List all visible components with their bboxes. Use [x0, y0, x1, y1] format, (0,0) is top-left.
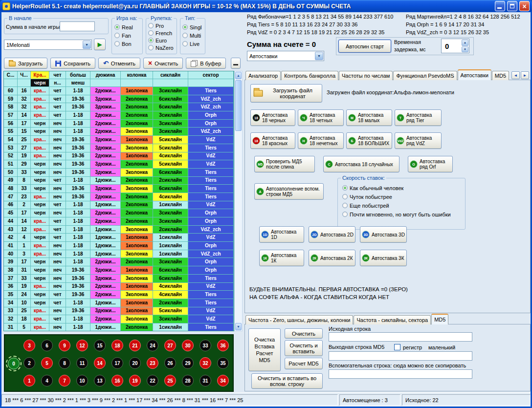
table-row[interactable]: 424чернчет1-181дюжи...1колонка1сиклайнVd…: [4, 234, 234, 242]
roulette-number-17[interactable]: 17: [111, 357, 123, 369]
calc-md5-button[interactable]: Расчет MD5: [285, 358, 323, 369]
radio-Чуток побыстрее[interactable]: Чуток побыстрее: [342, 193, 451, 200]
table-row[interactable]: 6016кра...чет1-182дюжи...1колонка3сиклай…: [4, 87, 234, 95]
roulette-number-14[interactable]: 14: [94, 357, 106, 369]
autobet-button[interactable]: НАвтоставка 18 нечетных: [298, 132, 344, 149]
toolbar-button-folder[interactable]: Загрузить: [4, 58, 47, 69]
radio-Pro[interactable]: Pro: [148, 22, 174, 29]
table-row[interactable]: 5714кра...чет1-182дюжи...2колонка3сиклай…: [4, 111, 234, 120]
table-row[interactable]: 5932кра...чет19-363дюжи...2колонка6сикла…: [4, 95, 234, 104]
toolbar-button-disk[interactable]: Сохранить: [50, 58, 95, 69]
main-tab-4[interactable]: Функционал PsevdoMS: [393, 71, 457, 80]
table-row[interactable]: 5219кра...неч19-362дюжи...1колонка4сикла…: [4, 152, 234, 161]
roulette-number-5[interactable]: 5: [41, 357, 53, 369]
delay-value[interactable]: 0: [442, 39, 461, 53]
maximize-button[interactable]: [507, 1, 517, 11]
roulette-number-3[interactable]: 3: [23, 340, 35, 351]
table-row[interactable]: 4414кра...чет1-182дюжи...2колонка3сиклай…: [4, 217, 234, 226]
radio-Singl[interactable]: Singl: [182, 23, 201, 31]
table-row[interactable]: 3325кра...неч19-363дюжи...1колонка5сикла…: [4, 307, 234, 316]
autobet-button[interactable]: ААвтозаполнение вспом. строки МД5: [254, 183, 324, 200]
roulette-number-28[interactable]: 28: [182, 375, 194, 387]
scroll-down-button[interactable]: ▼: [235, 323, 242, 330]
roulette-number-25[interactable]: 25: [164, 375, 176, 387]
autobet-button[interactable]: VdZАвтоставка ряд VdZ: [395, 132, 442, 149]
table-row[interactable]: 4517черннеч1-182дюжи...2колонка3сиклайнO…: [4, 209, 234, 217]
table-row[interactable]: 4833черннеч19-363дюжи...3колонка6сиклайн…: [4, 185, 234, 193]
table-row[interactable]: 4312кра...чет1-181дюжи...3колонка2сиклай…: [4, 226, 234, 234]
toolbar-button-copy[interactable]: В буфер: [186, 58, 226, 69]
autobet-button[interactable]: ЧАвтоставка 18 четных: [298, 109, 344, 126]
autobet-button[interactable]: САвтоставка 18 случайных: [323, 156, 399, 172]
md5-actions-button[interactable]: Очистка Вставка Расчет MD5: [248, 328, 281, 371]
autobet-button[interactable]: 1DАвтоставка 1D: [259, 226, 304, 243]
autobet-button[interactable]: 2КАвтоставка 2К: [309, 250, 355, 266]
radio-Bon[interactable]: Bon: [114, 40, 133, 47]
roulette-number-16[interactable]: 16: [111, 375, 123, 387]
toolbar-button-undo[interactable]: Отменить: [98, 58, 140, 69]
scroll-up-button[interactable]: ▲: [235, 72, 242, 79]
chevron-down-icon[interactable]: ▼: [315, 52, 323, 60]
roulette-number-23[interactable]: 23: [147, 357, 158, 369]
register-checkbox[interactable]: [394, 344, 400, 350]
radio-Почти мгновенно, но могут быть ошибки[interactable]: Почти мгновенно, но могут быть ошибки: [342, 211, 451, 218]
table-row[interactable]: 3831черннеч19-363дюжи...1колонка6сиклайн…: [4, 266, 234, 275]
table-row[interactable]: 411кра...неч1-181дюжи...1колонка1сиклайн…: [4, 242, 234, 250]
autobet-button[interactable]: 18Автоставка 18 красных: [250, 132, 295, 149]
autobet-button[interactable]: М5Проверить МД5 после спина: [254, 156, 315, 172]
roulette-number-1[interactable]: 1: [23, 375, 35, 387]
roulette-number-0[interactable]: 0: [8, 358, 20, 369]
roulette-number-12[interactable]: 12: [76, 340, 88, 351]
roulette-number-8[interactable]: 8: [59, 357, 70, 369]
autobets-select[interactable]: Автоставки ▼: [247, 51, 324, 61]
table-row[interactable]: 3524чернчет19-362дюжи...3колонка4сиклайн…: [4, 291, 234, 299]
roulette-number-26[interactable]: 26: [164, 357, 176, 369]
output-string-input[interactable]: [329, 351, 472, 361]
roulette-number-24[interactable]: 24: [147, 340, 158, 351]
table-row[interactable]: 3410чернчет1-181дюжи...1колонка2сиклайнT…: [4, 299, 234, 307]
source-string-input[interactable]: [329, 332, 472, 342]
minimize-button[interactable]: [495, 1, 505, 11]
table-row[interactable]: 3733черннеч19-363дюжи...3колонка6сиклайн…: [4, 275, 234, 283]
autobet-button[interactable]: БАвтоставка 18 БОЛЬШИХ: [346, 132, 392, 149]
roulette-number-21[interactable]: 21: [129, 340, 141, 351]
roulette-number-15[interactable]: 15: [94, 340, 106, 351]
table-row[interactable]: 5425кра...неч19-363дюжи...1колонка5сикла…: [4, 136, 234, 144]
autospin-start-button[interactable]: Автоспин старт: [338, 40, 391, 53]
radio-Еще побыстрей[interactable]: Еще побыстрей: [342, 202, 451, 209]
start-sum-input[interactable]: [60, 21, 95, 31]
radio-Live[interactable]: Live: [182, 40, 201, 47]
roulette-number-10[interactable]: 10: [76, 375, 88, 387]
autobet-button[interactable]: 1КАвтоставка 1К: [259, 250, 304, 266]
spinner-up-button[interactable]: ▲: [462, 40, 468, 46]
roulette-number-6[interactable]: 6: [41, 340, 53, 351]
bottom-tab-2[interactable]: Частота - сиклайны, сектора: [354, 315, 431, 324]
roulette-number-33[interactable]: 33: [200, 340, 211, 351]
roulette-number-13[interactable]: 13: [94, 375, 106, 387]
roulette-number-19[interactable]: 19: [129, 375, 141, 387]
clear-paste-button[interactable]: Очистить и вставить: [285, 340, 323, 356]
main-tab-5[interactable]: Автоставки: [458, 69, 491, 80]
table-row[interactable]: 5832кра...чет19-363дюжи...2колонка6сикла…: [4, 103, 234, 111]
scroll-thumb[interactable]: [235, 80, 242, 131]
table-row[interactable]: 3218кра...чет1-182дюжи...3колонка3сиклай…: [4, 315, 234, 323]
table-row[interactable]: 403кра...неч1-181дюжи...3колонка1сиклайн…: [4, 250, 234, 258]
table-row[interactable]: 462чернчет1-181дюжи...2колонка1сиклайнVd…: [4, 201, 234, 210]
autobet-button[interactable]: 2DАвтоставка 2D: [309, 226, 355, 243]
radio-Как обычный человек[interactable]: Как обычный человек: [342, 184, 451, 192]
roulette-number-30[interactable]: 30: [182, 340, 194, 351]
roulette-number-27[interactable]: 27: [164, 340, 176, 351]
clear-button[interactable]: Очистить: [285, 328, 323, 339]
play-button[interactable]: ▶: [94, 39, 106, 50]
collapse-button[interactable]: [231, 58, 241, 69]
radio-Fan[interactable]: Fan: [114, 32, 133, 39]
radio-Euro[interactable]: Euro: [148, 37, 174, 44]
roulette-number-32[interactable]: 32: [200, 357, 211, 369]
table-row[interactable]: 3619кра...неч19-362дюжи...1колонка4сикла…: [4, 283, 234, 291]
table-row[interactable]: 5033черннеч19-363дюжи...3колонка6сиклайн…: [4, 169, 234, 177]
spinner-down-button[interactable]: ▼: [462, 46, 468, 53]
radio-Real[interactable]: Real: [114, 23, 133, 31]
table-row[interactable]: 4723кра...неч19-362дюжи...2колонка4сикла…: [4, 193, 234, 201]
autobet-button[interactable]: ОАвтоставка ряд Orf: [408, 156, 453, 172]
chevron-down-icon[interactable]: ▼: [83, 41, 91, 49]
